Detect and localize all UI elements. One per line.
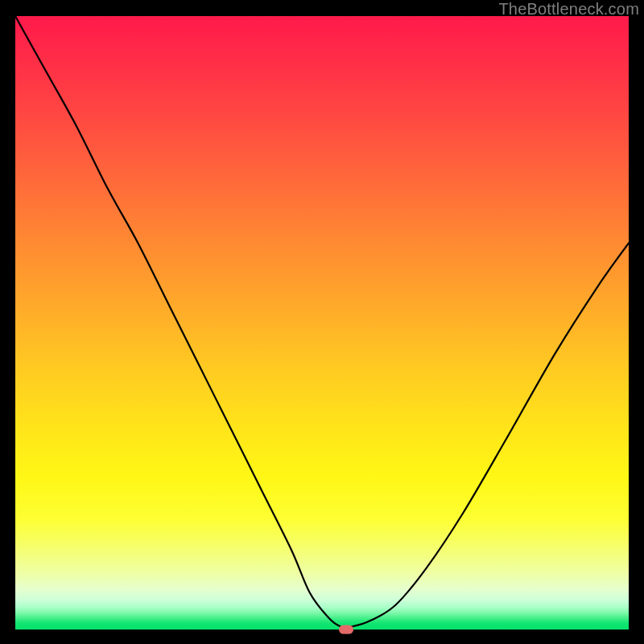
bottleneck-curve bbox=[15, 16, 629, 627]
plot-area bbox=[15, 16, 629, 630]
curve-layer bbox=[15, 16, 629, 630]
optimum-marker bbox=[339, 625, 353, 634]
chart-stage: TheBottleneck.com bbox=[0, 0, 644, 644]
